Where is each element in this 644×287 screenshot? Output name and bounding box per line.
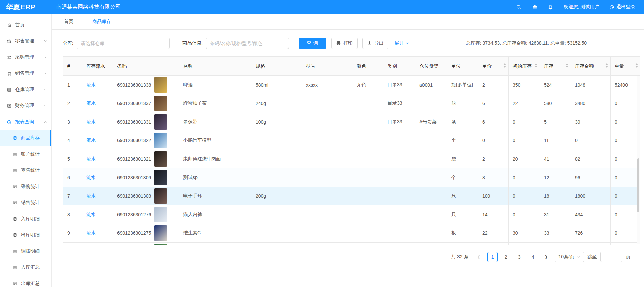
product-thumbnail[interactable] bbox=[154, 244, 167, 245]
cell-init-stock: 30 bbox=[509, 224, 540, 243]
product-thumbnail[interactable] bbox=[154, 225, 167, 241]
product-thumbnail[interactable] bbox=[154, 77, 167, 93]
tab-商品库存[interactable]: 商品库存 bbox=[90, 14, 113, 29]
sidebar-item-报表查询[interactable]: 报表查询 bbox=[0, 114, 51, 130]
cell-flow: 流水 bbox=[82, 205, 113, 224]
sidebar-subitem-销售统计[interactable]: 销售统计 bbox=[0, 195, 51, 211]
flow-link[interactable]: 流水 bbox=[86, 174, 96, 180]
platform-icon[interactable] bbox=[532, 4, 538, 10]
export-button[interactable]: 导出 bbox=[362, 38, 388, 49]
cell-category bbox=[383, 243, 415, 245]
cell-index: 9 bbox=[63, 224, 82, 243]
flow-link[interactable]: 流水 bbox=[86, 100, 96, 106]
flow-link[interactable]: 流水 bbox=[86, 137, 96, 143]
sort-icon[interactable] bbox=[635, 63, 638, 68]
column-header-初始库存[interactable]: 初始库存 bbox=[509, 57, 540, 76]
flow-link[interactable]: 流水 bbox=[86, 230, 96, 235]
report-doc-icon bbox=[13, 152, 18, 157]
product-info-input[interactable] bbox=[206, 38, 289, 49]
product-thumbnail[interactable] bbox=[154, 96, 167, 111]
tab-首页[interactable]: 首页 bbox=[62, 14, 75, 29]
bell-icon[interactable] bbox=[548, 4, 553, 10]
column-header-库存金额[interactable]: 库存金额 bbox=[571, 57, 611, 76]
column-header-规格: 规格 bbox=[251, 57, 302, 76]
expand-toggle[interactable]: 展开 bbox=[395, 40, 409, 46]
cell-unit: 袋 bbox=[447, 150, 478, 168]
cell-weight bbox=[611, 243, 641, 245]
sidebar-item-采购管理[interactable]: 采购管理 bbox=[0, 49, 51, 65]
sidebar-subitem-采购统计[interactable]: 采购统计 bbox=[0, 179, 51, 195]
sidebar-item-零售管理[interactable]: 零售管理 bbox=[0, 33, 51, 49]
flow-link[interactable]: 流水 bbox=[86, 212, 96, 217]
barcode-wrap: 6901236301338 bbox=[117, 77, 175, 93]
cell-shelf: a0001 bbox=[415, 76, 447, 94]
sidebar-item-仓库管理[interactable]: 仓库管理 bbox=[0, 82, 51, 98]
product-thumbnail[interactable] bbox=[154, 170, 167, 185]
sidebar-subitem-商品库存[interactable]: 商品库存 bbox=[0, 130, 51, 146]
jump-page-input[interactable] bbox=[600, 252, 622, 262]
product-thumbnail[interactable] bbox=[154, 114, 167, 130]
sidebar-subitem-调拨明细[interactable]: 调拨明细 bbox=[0, 243, 51, 259]
sidebar-item-销售管理[interactable]: 销售管理 bbox=[0, 65, 51, 82]
flow-link[interactable]: 流水 bbox=[86, 119, 96, 124]
product-thumbnail[interactable] bbox=[154, 207, 167, 222]
scrollbar-thumb[interactable] bbox=[637, 158, 639, 212]
warehouse-input[interactable] bbox=[77, 38, 170, 49]
sidebar-subitem-出库汇总[interactable]: 出库汇总 bbox=[0, 276, 51, 287]
barcode-text: 6901236301275 bbox=[117, 230, 151, 236]
sort-icon[interactable] bbox=[503, 63, 506, 68]
caret-down-icon bbox=[635, 66, 638, 68]
flow-link[interactable]: 流水 bbox=[86, 156, 96, 161]
cell-weight: 0 bbox=[611, 168, 641, 187]
page-button-2[interactable]: 2 bbox=[501, 252, 511, 262]
page-size-select[interactable]: 10条/页 bbox=[555, 252, 584, 262]
sidebar-subitem-零售统计[interactable]: 零售统计 bbox=[0, 162, 51, 179]
caret-up-icon bbox=[566, 63, 568, 65]
product-thumbnail[interactable] bbox=[154, 188, 167, 204]
sort-icon[interactable] bbox=[605, 63, 608, 68]
sidebar-item-财务管理[interactable]: 财务管理 bbox=[0, 98, 51, 114]
sidebar-subitem-出库明细[interactable]: 出库明细 bbox=[0, 227, 51, 243]
print-button[interactable]: 打印 bbox=[331, 38, 358, 49]
column-header-重量[interactable]: 重量 bbox=[611, 57, 641, 76]
next-page-button[interactable]: ❯ bbox=[541, 252, 551, 262]
cell-category: 目录33 bbox=[383, 94, 415, 113]
sidebar-subitem-账户统计[interactable]: 账户统计 bbox=[0, 146, 51, 162]
column-header-单价[interactable]: 单价 bbox=[478, 57, 509, 76]
product-thumbnail[interactable] bbox=[154, 151, 167, 167]
cell-spec bbox=[251, 224, 302, 243]
cell-spec: 200g bbox=[251, 187, 302, 205]
cell-category bbox=[383, 131, 415, 150]
logout-button[interactable]: 退出登录 bbox=[609, 4, 635, 10]
search-button[interactable]: 查询 bbox=[299, 38, 326, 49]
barcode-wrap: 6901236301275 bbox=[117, 225, 175, 241]
cell-init-stock: 0 bbox=[509, 131, 540, 150]
product-thumbnail[interactable] bbox=[154, 133, 167, 148]
sidebar-subitem-入库汇总[interactable]: 入库汇总 bbox=[0, 259, 51, 276]
column-header-库存[interactable]: 库存 bbox=[540, 57, 571, 76]
logout-label: 退出登录 bbox=[616, 4, 635, 10]
sidebar-subitem-label: 销售统计 bbox=[21, 200, 40, 206]
cell-index: 6 bbox=[63, 168, 82, 187]
search-icon[interactable] bbox=[516, 4, 522, 10]
flow-link[interactable]: 流水 bbox=[86, 193, 96, 198]
cell-shelf bbox=[415, 168, 447, 187]
cell-name: 蜂蜜柚子茶 bbox=[179, 94, 251, 113]
shop-icon bbox=[7, 39, 12, 44]
cell-category bbox=[383, 168, 415, 187]
caret-up-icon bbox=[503, 63, 506, 65]
page-button-4[interactable]: 4 bbox=[528, 252, 538, 262]
flow-link[interactable]: 流水 bbox=[86, 82, 96, 87]
column-header-名称: 名称 bbox=[179, 57, 251, 76]
cell-flow: 流水 bbox=[82, 224, 113, 243]
sidebar-item-首页[interactable]: 首页 bbox=[0, 17, 51, 33]
sidebar-subitem-入库明细[interactable]: 入库明细 bbox=[0, 211, 51, 227]
sort-icon[interactable] bbox=[566, 63, 568, 68]
page-button-1[interactable]: 1 bbox=[487, 252, 498, 262]
money-icon bbox=[7, 103, 12, 108]
column-header-#: # bbox=[63, 57, 82, 76]
page-button-3[interactable]: 3 bbox=[514, 252, 524, 262]
prev-page-button[interactable]: ❮ bbox=[474, 252, 484, 262]
pagination: 共 32 条 ❮ 1234 ❯ 10条/页 跳至 页 bbox=[52, 252, 631, 262]
sort-icon[interactable] bbox=[535, 63, 537, 68]
